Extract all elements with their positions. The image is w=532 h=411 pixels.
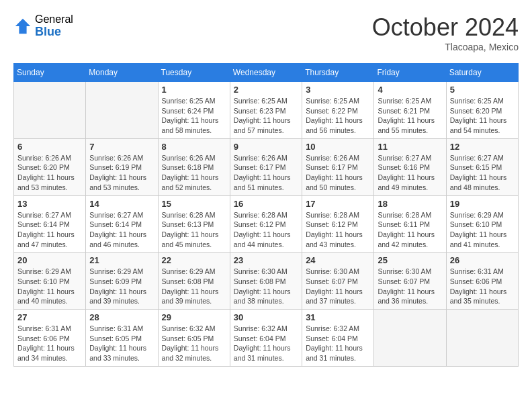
- day-info: Sunrise: 6:32 AMSunset: 6:05 PMDaylight:…: [162, 324, 226, 363]
- day-info: Sunrise: 6:32 AMSunset: 6:04 PMDaylight:…: [306, 324, 370, 363]
- day-info: Sunrise: 6:30 AMSunset: 6:07 PMDaylight:…: [306, 267, 370, 306]
- weekday-header: Sunday: [14, 64, 86, 82]
- calendar-day-cell: 15Sunrise: 6:28 AMSunset: 6:13 PMDayligh…: [158, 195, 230, 253]
- calendar-day-cell: 26Sunrise: 6:31 AMSunset: 6:06 PMDayligh…: [446, 253, 518, 310]
- day-number: 4: [378, 85, 442, 95]
- calendar-day-cell: 24Sunrise: 6:30 AMSunset: 6:07 PMDayligh…: [302, 253, 374, 310]
- calendar-day-cell: 30Sunrise: 6:32 AMSunset: 6:04 PMDayligh…: [230, 310, 302, 367]
- title-block: October 2024 Tlacoapa, Mexico: [372, 13, 519, 52]
- day-info: Sunrise: 6:28 AMSunset: 6:12 PMDaylight:…: [306, 210, 370, 250]
- day-number: 16: [234, 199, 298, 209]
- calendar-day-cell: 3Sunrise: 6:25 AMSunset: 6:22 PMDaylight…: [302, 82, 374, 139]
- day-info: Sunrise: 6:27 AMSunset: 6:14 PMDaylight:…: [89, 210, 154, 250]
- logo-text: General Blue: [35, 13, 73, 38]
- day-number: 26: [450, 255, 515, 265]
- day-number: 19: [450, 199, 515, 209]
- logo: General Blue: [13, 13, 73, 38]
- calendar-day-cell: 20Sunrise: 6:29 AMSunset: 6:10 PMDayligh…: [14, 253, 86, 310]
- calendar-day-cell: 16Sunrise: 6:28 AMSunset: 6:12 PMDayligh…: [230, 195, 302, 253]
- calendar-table: SundayMondayTuesdayWednesdayThursdayFrid…: [13, 63, 519, 367]
- calendar-day-cell: 19Sunrise: 6:29 AMSunset: 6:10 PMDayligh…: [446, 195, 518, 253]
- day-info: Sunrise: 6:27 AMSunset: 6:15 PMDaylight:…: [450, 153, 515, 193]
- weekday-header: Monday: [86, 64, 158, 82]
- calendar-week-row: 13Sunrise: 6:27 AMSunset: 6:14 PMDayligh…: [14, 195, 519, 253]
- day-number: 27: [17, 312, 82, 322]
- calendar-day-cell: 9Sunrise: 6:26 AMSunset: 6:17 PMDaylight…: [230, 138, 302, 195]
- calendar-day-cell: 18Sunrise: 6:28 AMSunset: 6:11 PMDayligh…: [374, 195, 446, 253]
- day-info: Sunrise: 6:32 AMSunset: 6:04 PMDaylight:…: [234, 324, 298, 363]
- calendar-day-cell: 8Sunrise: 6:26 AMSunset: 6:18 PMDaylight…: [158, 138, 230, 195]
- day-number: 6: [17, 142, 82, 152]
- calendar-day-cell: [14, 82, 86, 139]
- calendar-day-cell: 4Sunrise: 6:25 AMSunset: 6:21 PMDaylight…: [374, 82, 446, 139]
- month-title: October 2024: [372, 13, 519, 42]
- day-number: 5: [450, 85, 515, 95]
- logo-blue: Blue: [35, 26, 73, 39]
- day-info: Sunrise: 6:29 AMSunset: 6:09 PMDaylight:…: [89, 267, 154, 306]
- day-number: 7: [89, 142, 154, 152]
- day-number: 9: [234, 142, 298, 152]
- day-number: 8: [162, 142, 226, 152]
- calendar-day-cell: 12Sunrise: 6:27 AMSunset: 6:15 PMDayligh…: [446, 138, 518, 195]
- day-info: Sunrise: 6:25 AMSunset: 6:23 PMDaylight:…: [234, 96, 298, 136]
- day-number: 11: [378, 142, 442, 152]
- calendar-day-cell: 10Sunrise: 6:26 AMSunset: 6:17 PMDayligh…: [302, 138, 374, 195]
- day-info: Sunrise: 6:27 AMSunset: 6:16 PMDaylight:…: [378, 153, 442, 193]
- day-info: Sunrise: 6:28 AMSunset: 6:13 PMDaylight:…: [162, 210, 226, 250]
- day-number: 30: [234, 312, 298, 322]
- calendar-week-row: 1Sunrise: 6:25 AMSunset: 6:24 PMDaylight…: [14, 82, 519, 139]
- day-info: Sunrise: 6:30 AMSunset: 6:07 PMDaylight:…: [378, 267, 442, 306]
- calendar-day-cell: 11Sunrise: 6:27 AMSunset: 6:16 PMDayligh…: [374, 138, 446, 195]
- calendar-day-cell: 25Sunrise: 6:30 AMSunset: 6:07 PMDayligh…: [374, 253, 446, 310]
- calendar-week-row: 20Sunrise: 6:29 AMSunset: 6:10 PMDayligh…: [14, 253, 519, 310]
- day-info: Sunrise: 6:28 AMSunset: 6:12 PMDaylight:…: [234, 210, 298, 250]
- weekday-header: Friday: [374, 64, 446, 82]
- day-info: Sunrise: 6:29 AMSunset: 6:10 PMDaylight:…: [17, 267, 82, 306]
- day-number: 28: [89, 312, 154, 322]
- day-number: 18: [378, 199, 442, 209]
- day-info: Sunrise: 6:29 AMSunset: 6:08 PMDaylight:…: [162, 267, 226, 306]
- day-number: 29: [162, 312, 226, 322]
- day-number: 13: [17, 199, 82, 209]
- day-info: Sunrise: 6:25 AMSunset: 6:21 PMDaylight:…: [378, 96, 442, 136]
- day-number: 20: [17, 255, 82, 265]
- weekday-header: Saturday: [446, 64, 518, 82]
- day-number: 14: [89, 199, 154, 209]
- day-info: Sunrise: 6:25 AMSunset: 6:24 PMDaylight:…: [162, 96, 226, 136]
- day-number: 15: [162, 199, 226, 209]
- calendar-day-cell: 2Sunrise: 6:25 AMSunset: 6:23 PMDaylight…: [230, 82, 302, 139]
- day-number: 10: [306, 142, 370, 152]
- calendar-day-cell: [446, 310, 518, 367]
- logo-general: General: [35, 13, 73, 26]
- day-info: Sunrise: 6:31 AMSunset: 6:05 PMDaylight:…: [89, 324, 154, 363]
- svg-marker-0: [15, 18, 30, 33]
- day-info: Sunrise: 6:30 AMSunset: 6:08 PMDaylight:…: [234, 267, 298, 306]
- day-info: Sunrise: 6:29 AMSunset: 6:10 PMDaylight:…: [450, 210, 515, 250]
- calendar-day-cell: 27Sunrise: 6:31 AMSunset: 6:06 PMDayligh…: [14, 310, 86, 367]
- calendar-day-cell: 1Sunrise: 6:25 AMSunset: 6:24 PMDaylight…: [158, 82, 230, 139]
- calendar-day-cell: 31Sunrise: 6:32 AMSunset: 6:04 PMDayligh…: [302, 310, 374, 367]
- calendar-day-cell: 17Sunrise: 6:28 AMSunset: 6:12 PMDayligh…: [302, 195, 374, 253]
- location: Tlacoapa, Mexico: [372, 42, 519, 52]
- day-number: 1: [162, 85, 226, 95]
- calendar-day-cell: 13Sunrise: 6:27 AMSunset: 6:14 PMDayligh…: [14, 195, 86, 253]
- weekday-header-row: SundayMondayTuesdayWednesdayThursdayFrid…: [14, 64, 519, 82]
- calendar-day-cell: 29Sunrise: 6:32 AMSunset: 6:05 PMDayligh…: [158, 310, 230, 367]
- day-number: 22: [162, 255, 226, 265]
- day-info: Sunrise: 6:26 AMSunset: 6:19 PMDaylight:…: [89, 153, 154, 193]
- day-info: Sunrise: 6:26 AMSunset: 6:18 PMDaylight:…: [162, 153, 226, 193]
- day-info: Sunrise: 6:28 AMSunset: 6:11 PMDaylight:…: [378, 210, 442, 250]
- day-info: Sunrise: 6:31 AMSunset: 6:06 PMDaylight:…: [17, 324, 82, 363]
- day-number: 31: [306, 312, 370, 322]
- calendar-day-cell: 6Sunrise: 6:26 AMSunset: 6:20 PMDaylight…: [14, 138, 86, 195]
- weekday-header: Wednesday: [230, 64, 302, 82]
- day-number: 2: [234, 85, 298, 95]
- calendar-week-row: 27Sunrise: 6:31 AMSunset: 6:06 PMDayligh…: [14, 310, 519, 367]
- calendar-day-cell: 21Sunrise: 6:29 AMSunset: 6:09 PMDayligh…: [86, 253, 158, 310]
- page-header: General Blue October 2024 Tlacoapa, Mexi…: [13, 13, 519, 52]
- day-number: 25: [378, 255, 442, 265]
- calendar-week-row: 6Sunrise: 6:26 AMSunset: 6:20 PMDaylight…: [14, 138, 519, 195]
- calendar-day-cell: 5Sunrise: 6:25 AMSunset: 6:20 PMDaylight…: [446, 82, 518, 139]
- day-info: Sunrise: 6:26 AMSunset: 6:17 PMDaylight:…: [306, 153, 370, 193]
- day-number: 21: [89, 255, 154, 265]
